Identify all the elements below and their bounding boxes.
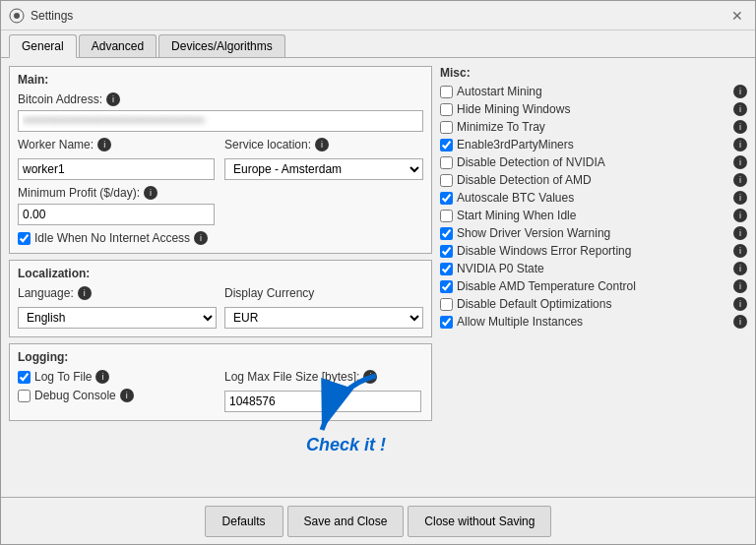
log-max-info[interactable]: i xyxy=(363,370,377,384)
right-panel: Misc: Autostart Mining i Hide Mining Win… xyxy=(440,66,747,489)
log-to-file-checkbox[interactable] xyxy=(18,371,31,384)
misc-info-4[interactable]: i xyxy=(733,155,747,169)
language-select[interactable]: English xyxy=(18,307,217,329)
language-info[interactable]: i xyxy=(78,286,92,300)
tab-devices-algorithms[interactable]: Devices/Algorithms xyxy=(158,34,285,57)
idle-checkbox[interactable] xyxy=(18,232,31,245)
footer: Defaults Save and Close Close without Sa… xyxy=(1,497,755,544)
misc-checkbox-6[interactable] xyxy=(440,192,453,205)
misc-checkbox-4[interactable] xyxy=(440,156,453,169)
misc-info-10[interactable]: i xyxy=(733,262,747,275)
misc-checkbox-2[interactable] xyxy=(440,121,453,134)
log-max-input[interactable] xyxy=(224,391,421,412)
currency-label-row: Display Currency xyxy=(224,286,423,300)
bitcoin-address-row: Bitcoin Address: i xyxy=(18,92,423,106)
bitcoin-address-input[interactable] xyxy=(18,110,423,132)
worker-name-input[interactable] xyxy=(18,158,215,180)
misc-row-10: NVIDIA P0 State i xyxy=(440,261,747,276)
misc-checkbox-12[interactable] xyxy=(440,298,453,311)
currency-select[interactable]: EUR xyxy=(224,307,423,329)
misc-info-3[interactable]: i xyxy=(733,138,747,151)
log-max-label: Log Max File Size [bytes]: xyxy=(224,370,359,384)
service-location-label-row: Service location: i xyxy=(224,138,423,151)
misc-checkbox-7[interactable] xyxy=(440,210,453,222)
misc-label-5: Disable Detection of AMD xyxy=(457,173,729,187)
main-content: Main: Bitcoin Address: i Worker Name: i xyxy=(1,58,755,497)
debug-console-row: Debug Console i xyxy=(18,389,217,402)
debug-console-info[interactable]: i xyxy=(120,389,134,402)
min-profit-info[interactable]: i xyxy=(144,186,158,200)
misc-row-13: Allow Multiple Instances i xyxy=(440,314,747,330)
defaults-button[interactable]: Defaults xyxy=(205,506,284,537)
misc-info-6[interactable]: i xyxy=(733,191,747,205)
logging-title: Logging: xyxy=(18,350,423,364)
misc-row-1: Hide Mining Windows i xyxy=(440,101,747,117)
settings-window: Settings ✕ General Advanced Devices/Algo… xyxy=(0,0,756,545)
logging-checkboxes-col: Log To File i Debug Console i xyxy=(18,370,217,412)
misc-checkbox-11[interactable] xyxy=(440,280,453,293)
misc-checkbox-5[interactable] xyxy=(440,174,453,187)
misc-row-12: Disable Default Optimizations i xyxy=(440,296,747,312)
misc-info-11[interactable]: i xyxy=(733,279,747,293)
misc-label-4: Disable Detection of NVIDIA xyxy=(457,155,729,169)
close-without-saving-button[interactable]: Close without Saving xyxy=(408,506,551,537)
save-close-button[interactable]: Save and Close xyxy=(287,506,405,537)
log-max-label-row: Log Max File Size [bytes]: i xyxy=(224,370,423,384)
debug-console-checkbox[interactable] xyxy=(18,390,31,402)
language-label: Language: xyxy=(18,286,74,300)
log-to-file-info[interactable]: i xyxy=(95,370,109,384)
tab-general[interactable]: General xyxy=(9,34,77,58)
misc-row-11: Disable AMD Temperature Control i xyxy=(440,278,747,294)
misc-info-5[interactable]: i xyxy=(733,173,747,187)
misc-checkbox-13[interactable] xyxy=(440,316,453,329)
misc-row-0: Autostart Mining i xyxy=(440,84,747,99)
left-panel: Main: Bitcoin Address: i Worker Name: i xyxy=(9,66,432,489)
service-location-label: Service location: xyxy=(224,138,311,151)
worker-name-info[interactable]: i xyxy=(97,138,111,151)
misc-label-12: Disable Default Optimizations xyxy=(457,297,729,311)
log-to-file-row: Log To File i xyxy=(18,370,217,384)
worker-name-label-row: Worker Name: i xyxy=(18,138,217,151)
language-col: Language: i English xyxy=(18,286,217,329)
bitcoin-address-label: Bitcoin Address: xyxy=(18,92,102,106)
misc-info-2[interactable]: i xyxy=(733,120,747,134)
misc-label-7: Start Mining When Idle xyxy=(457,209,729,222)
tabs-bar: General Advanced Devices/Algorithms xyxy=(1,30,755,58)
misc-info-1[interactable]: i xyxy=(733,102,747,116)
misc-info-0[interactable]: i xyxy=(733,85,747,98)
misc-checkbox-9[interactable] xyxy=(440,245,453,258)
misc-label-8: Show Driver Version Warning xyxy=(457,226,729,240)
min-profit-label-row: Minimum Profit ($/day): i xyxy=(18,186,423,200)
misc-checkbox-8[interactable] xyxy=(440,227,453,240)
service-location-info[interactable]: i xyxy=(315,138,329,151)
currency-col: Display Currency EUR xyxy=(224,286,423,329)
service-location-select[interactable]: Europe - Amsterdam xyxy=(224,158,423,180)
close-button[interactable]: ✕ xyxy=(727,6,747,26)
logging-section: Logging: Log To File i Debug Console i xyxy=(9,343,432,421)
min-profit-label: Minimum Profit ($/day): xyxy=(18,186,140,200)
misc-label-2: Minimize To Tray xyxy=(457,120,729,134)
misc-checkbox-3[interactable] xyxy=(440,139,453,151)
language-label-row: Language: i xyxy=(18,286,217,300)
misc-checkbox-10[interactable] xyxy=(440,263,453,275)
service-location-col: Service location: i Europe - Amsterdam xyxy=(224,138,423,180)
misc-info-13[interactable]: i xyxy=(733,315,747,329)
misc-row-2: Minimize To Tray i xyxy=(440,119,747,135)
misc-label-6: Autoscale BTC Values xyxy=(457,191,729,205)
tab-advanced[interactable]: Advanced xyxy=(79,34,157,57)
misc-label-1: Hide Mining Windows xyxy=(457,102,729,116)
misc-info-9[interactable]: i xyxy=(733,244,747,258)
misc-info-8[interactable]: i xyxy=(733,226,747,240)
misc-checkbox-0[interactable] xyxy=(440,86,453,98)
misc-label-13: Allow Multiple Instances xyxy=(457,315,729,329)
misc-title: Misc: xyxy=(440,66,747,80)
worker-name-label: Worker Name: xyxy=(18,138,94,151)
misc-label-11: Disable AMD Temperature Control xyxy=(457,279,729,293)
misc-info-12[interactable]: i xyxy=(733,297,747,311)
logging-row: Log To File i Debug Console i Log Max Fi… xyxy=(18,370,423,412)
bitcoin-address-info[interactable]: i xyxy=(106,92,120,106)
idle-info[interactable]: i xyxy=(194,231,208,245)
misc-checkbox-1[interactable] xyxy=(440,103,453,116)
min-profit-input[interactable] xyxy=(18,204,215,225)
misc-info-7[interactable]: i xyxy=(733,209,747,222)
